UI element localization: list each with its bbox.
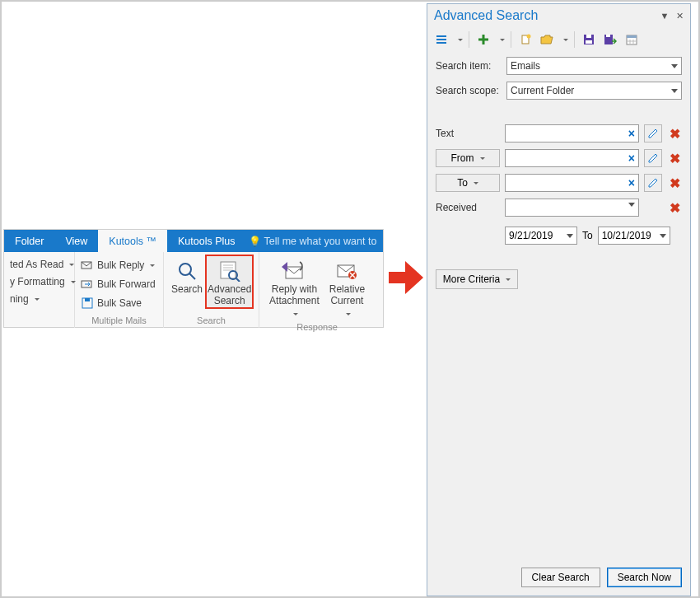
list-icon[interactable] xyxy=(432,30,450,49)
criteria-from-dd[interactable]: From xyxy=(436,149,500,167)
criteria-text-label: Text xyxy=(436,128,500,139)
pencil-button[interactable] xyxy=(644,149,662,167)
search-item-select[interactable]: Emails xyxy=(506,57,682,75)
svg-rect-3 xyxy=(85,298,90,301)
panel-title: Advanced Search xyxy=(434,8,657,23)
ribbon-item-formatting[interactable]: y Formatting xyxy=(9,274,77,289)
outlook-ribbon: Folder View Kutools ™ Kutools Plus Tell … xyxy=(3,229,384,328)
svg-rect-25 xyxy=(586,35,591,38)
chevron-down-icon xyxy=(628,203,635,207)
search-icon xyxy=(174,259,200,283)
search-now-button[interactable]: Search Now xyxy=(607,568,682,587)
add-dropdown[interactable] xyxy=(496,39,506,41)
relative-current-button[interactable]: Relative Current xyxy=(324,255,370,320)
tell-me-box[interactable]: Tell me what you want to xyxy=(245,230,383,252)
search-scope-label: Search scope: xyxy=(436,85,500,96)
tab-kutools[interactable]: Kutools ™ xyxy=(98,230,167,252)
open-dropdown[interactable] xyxy=(559,39,569,41)
clear-x-icon[interactable]: × xyxy=(628,176,635,189)
tab-folder[interactable]: Folder xyxy=(4,230,54,252)
tell-me-text: Tell me what you want to xyxy=(264,236,376,247)
open-folder-icon[interactable] xyxy=(538,30,556,49)
svg-rect-26 xyxy=(586,40,592,44)
advanced-search-button[interactable]: Advanced Search xyxy=(205,255,254,309)
chevron-down-icon xyxy=(69,264,74,266)
svg-rect-31 xyxy=(627,35,637,38)
search-button[interactable]: Search xyxy=(169,255,205,309)
criteria-to-input[interactable]: × xyxy=(505,174,639,192)
advanced-search-icon xyxy=(217,259,243,283)
chevron-down-icon xyxy=(671,89,678,93)
relative-current-icon xyxy=(334,259,360,283)
mail-forward-icon xyxy=(81,278,94,291)
criteria-from-input[interactable]: × xyxy=(505,149,639,167)
criteria-received-select[interactable] xyxy=(505,199,639,217)
delete-criteria-button[interactable]: ✖ xyxy=(667,126,682,142)
search-scope-select[interactable]: Current Folder xyxy=(506,82,682,100)
group-title-response: Response xyxy=(264,320,370,334)
svg-line-11 xyxy=(236,278,240,282)
tab-kutools-plus[interactable]: Kutools Plus xyxy=(167,230,245,252)
date-to-picker[interactable]: 10/21/2019 xyxy=(598,227,670,245)
group-title-multiple-mails: Multiple Mails xyxy=(80,314,158,328)
criteria-to-dd[interactable]: To xyxy=(436,174,500,192)
svg-point-4 xyxy=(180,264,191,275)
list-dropdown[interactable] xyxy=(454,39,464,41)
pencil-button[interactable] xyxy=(644,124,662,142)
clear-x-icon[interactable]: × xyxy=(628,127,635,140)
mail-icon xyxy=(81,259,94,272)
chevron-down-icon xyxy=(35,298,40,301)
group-title-search: Search xyxy=(169,314,254,328)
panel-close-button[interactable]: ✕ xyxy=(672,8,687,23)
search-item-label: Search item: xyxy=(436,60,500,72)
delete-criteria-button[interactable]: ✖ xyxy=(667,200,682,216)
chevron-down-icon xyxy=(150,264,155,267)
delete-criteria-button[interactable]: ✖ xyxy=(667,151,682,166)
bulb-icon xyxy=(249,236,260,247)
new-file-icon[interactable] xyxy=(516,30,534,49)
reply-attachment-icon xyxy=(281,259,307,283)
bulk-forward-button[interactable]: Bulk Forward xyxy=(80,276,156,292)
ribbon-tabstrip: Folder View Kutools ™ Kutools Plus Tell … xyxy=(4,230,383,252)
chevron-down-icon xyxy=(671,64,678,68)
save-icon[interactable] xyxy=(580,30,598,49)
delete-criteria-button[interactable]: ✖ xyxy=(667,175,682,191)
clear-search-button[interactable]: Clear Search xyxy=(521,568,600,587)
more-criteria-button[interactable]: More Criteria xyxy=(436,269,518,289)
panel-toolbar xyxy=(427,27,690,52)
svg-line-5 xyxy=(189,273,195,279)
svg-point-23 xyxy=(527,35,531,39)
ribbon-item-read[interactable]: ted As Read xyxy=(9,257,77,272)
bulk-save-button[interactable]: Bulk Save xyxy=(80,295,156,311)
svg-rect-28 xyxy=(606,35,610,37)
criteria-text-input[interactable]: × xyxy=(505,124,639,142)
criteria-received-label: Received xyxy=(436,202,500,213)
date-from-picker[interactable]: 9/21/2019 xyxy=(505,227,577,245)
save-icon xyxy=(81,297,94,310)
date-to-label: To xyxy=(582,230,593,241)
pencil-button[interactable] xyxy=(644,174,662,192)
advanced-search-panel: Advanced Search ▼ ✕ Search item: Emails xyxy=(427,3,691,596)
reply-attachment-button[interactable]: Reply with Attachment xyxy=(264,255,324,320)
panel-options-button[interactable]: ▼ xyxy=(657,8,672,23)
add-icon[interactable] xyxy=(474,30,492,49)
ribbon-item-ning[interactable]: ning xyxy=(9,292,77,306)
calendar-icon[interactable] xyxy=(623,30,641,49)
bulk-reply-button[interactable]: Bulk Reply xyxy=(80,257,156,273)
clear-x-icon[interactable]: × xyxy=(628,152,635,165)
save-as-icon[interactable] xyxy=(601,30,619,49)
tab-view[interactable]: View xyxy=(54,230,98,252)
callout-arrow-icon xyxy=(389,261,422,294)
